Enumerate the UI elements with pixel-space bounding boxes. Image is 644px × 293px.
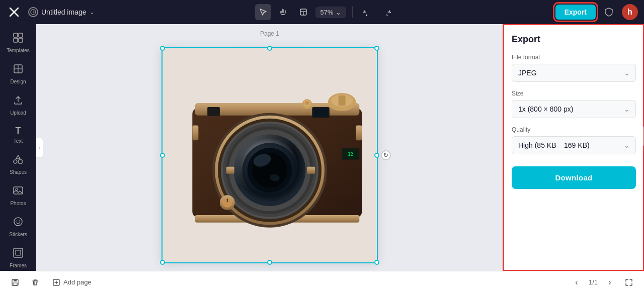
zoom-value: 57% — [320, 9, 334, 16]
sidebar-label-text: Text — [14, 138, 23, 144]
delete-page-button[interactable] — [28, 275, 42, 289]
sidebar-label-upload: Upload — [10, 110, 26, 116]
next-page-button[interactable]: › — [603, 275, 617, 289]
page-label: Page 1 — [260, 30, 279, 37]
handle-top-left[interactable] — [160, 46, 165, 51]
handle-middle-bottom[interactable] — [267, 260, 272, 265]
handle-middle-left[interactable] — [160, 153, 165, 158]
svg-rect-40 — [207, 107, 220, 116]
svg-point-19 — [19, 221, 20, 222]
main-area: Templates Design Upload T T — [0, 24, 644, 271]
add-page-button[interactable]: Add page — [48, 276, 96, 288]
canvas-area[interactable]: ‹ Page 1 — [36, 24, 503, 271]
canvas-image: 12 — [163, 48, 377, 262]
svg-rect-20 — [14, 248, 23, 257]
sidebar-label-shapes: Shapes — [10, 169, 27, 175]
handle-top-right[interactable] — [374, 46, 379, 51]
sidebar-item-upload[interactable]: Upload — [3, 90, 33, 120]
file-format-select[interactable]: JPEG PNG PDF SVG GIF — [512, 64, 636, 82]
export-button[interactable]: Export — [555, 5, 596, 20]
svg-rect-34 — [339, 95, 346, 106]
zoom-control[interactable]: 57% ⌄ — [315, 7, 346, 18]
sidebar-item-frames[interactable]: Frames — [3, 243, 33, 271]
handle-middle-top[interactable] — [267, 46, 272, 51]
rotate-handle[interactable]: ↻ — [381, 150, 391, 160]
frames-icon — [13, 247, 24, 261]
logo-button[interactable] — [6, 4, 22, 20]
quality-label: Quality — [512, 126, 636, 133]
size-wrapper: 1x (800 × 800 px) 2x (1600 × 1600 px) Cu… — [512, 100, 636, 118]
svg-text:12: 12 — [348, 151, 353, 156]
sidebar-item-design[interactable]: Design — [3, 59, 33, 88]
sidebar-label-templates: Templates — [7, 48, 30, 53]
handle-bottom-right[interactable] — [374, 260, 379, 265]
layout-tool-button[interactable] — [295, 4, 311, 20]
topbar-right: Export h — [555, 4, 638, 20]
bottombar: Add page ‹ 1/1 › — [0, 271, 644, 293]
sidebar-label-frames: Frames — [10, 263, 27, 268]
topbar: Untitled image ⌄ 57% ⌄ — [0, 0, 644, 24]
svg-rect-67 — [14, 279, 17, 281]
svg-point-37 — [305, 101, 309, 105]
svg-rect-8 — [14, 38, 18, 42]
handle-bottom-left[interactable] — [160, 260, 165, 265]
svg-rect-39 — [313, 108, 328, 116]
upload-icon — [13, 94, 24, 108]
quality-select[interactable]: Low Medium High (85 KB – 169 KB) Maximum — [512, 136, 636, 154]
canvas-page[interactable]: 12 ↻ — [162, 47, 378, 263]
svg-point-16 — [16, 188, 18, 190]
svg-rect-57 — [192, 125, 198, 140]
size-label: Size — [512, 90, 636, 97]
user-avatar[interactable]: h — [622, 4, 638, 20]
size-select[interactable]: 1x (800 × 800 px) 2x (1600 × 1600 px) Cu… — [512, 100, 636, 118]
svg-rect-68 — [13, 283, 17, 285]
stickers-icon — [13, 216, 24, 230]
svg-point-18 — [17, 221, 18, 222]
toolbar-divider — [352, 6, 353, 18]
sidebar-item-shapes[interactable]: Shapes — [3, 150, 33, 179]
undo-button[interactable] — [359, 4, 375, 20]
svg-rect-55 — [226, 166, 234, 173]
title-chevron-icon[interactable]: ⌄ — [90, 9, 95, 16]
export-panel-title: Export — [512, 34, 636, 45]
select-tool-button[interactable] — [255, 4, 271, 20]
toolbar-center: 57% ⌄ — [101, 4, 549, 20]
photos-icon — [13, 185, 24, 199]
sidebar-item-templates[interactable]: Templates — [3, 28, 33, 57]
collapse-sidebar-tab[interactable]: ‹ — [36, 138, 43, 158]
file-format-wrapper: JPEG PNG PDF SVG GIF ⌄ — [512, 64, 636, 82]
svg-rect-56 — [307, 166, 315, 173]
redo-button[interactable] — [379, 4, 395, 20]
sidebar-item-photos[interactable]: Photos — [3, 181, 33, 210]
prev-page-button[interactable]: ‹ — [570, 275, 584, 289]
bottom-right: ‹ 1/1 › — [570, 275, 636, 289]
hand-tool-button[interactable] — [275, 4, 291, 20]
file-info: Untitled image ⌄ — [28, 7, 95, 17]
add-page-label: Add page — [63, 278, 92, 286]
text-icon: T — [16, 126, 21, 136]
design-icon — [13, 63, 24, 77]
sidebar-label-design: Design — [10, 79, 26, 84]
svg-rect-15 — [14, 187, 23, 194]
download-button[interactable]: Download — [512, 166, 636, 189]
document-title: Untitled image — [41, 8, 87, 16]
fullscreen-button[interactable] — [622, 275, 636, 289]
svg-rect-9 — [19, 38, 23, 42]
file-icon — [28, 7, 38, 17]
svg-rect-58 — [356, 125, 362, 140]
sidebar-item-text[interactable]: T Text — [3, 122, 33, 148]
page-indicator: 1/1 — [589, 278, 598, 286]
sidebar-label-photos: Photos — [10, 201, 26, 206]
save-page-button[interactable] — [8, 275, 22, 289]
svg-rect-13 — [19, 160, 22, 163]
svg-point-17 — [14, 218, 22, 226]
export-panel: Export File format JPEG PNG PDF SVG GIF … — [503, 24, 644, 271]
sidebar-item-stickers[interactable]: Stickers — [3, 212, 33, 241]
zoom-chevron-icon: ⌄ — [336, 9, 341, 16]
file-format-label: File format — [512, 54, 636, 61]
handle-middle-right[interactable]: ↻ — [374, 153, 379, 158]
svg-point-14 — [14, 160, 17, 163]
svg-rect-7 — [19, 33, 23, 37]
templates-icon — [13, 32, 24, 46]
shield-icon[interactable] — [601, 4, 617, 20]
